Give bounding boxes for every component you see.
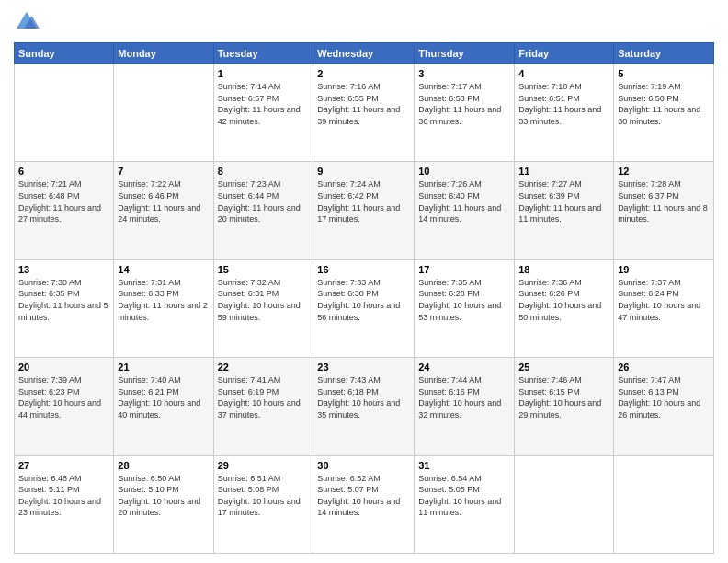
- header: [14, 9, 714, 35]
- day-number: 31: [418, 460, 510, 471]
- day-number: 7: [118, 166, 209, 177]
- day-number: 28: [118, 460, 209, 471]
- calendar-cell: 11Sunrise: 7:27 AMSunset: 6:39 PMDayligh…: [515, 162, 614, 259]
- calendar-cell: 22Sunrise: 7:41 AMSunset: 6:19 PMDayligh…: [213, 358, 313, 455]
- calendar-cell: [614, 455, 714, 553]
- day-number: 29: [218, 460, 310, 471]
- day-number: 11: [518, 166, 609, 177]
- logo: [14, 9, 43, 35]
- day-number: 14: [118, 264, 209, 275]
- day-info: Sunrise: 7:24 AMSunset: 6:42 PMDaylight:…: [317, 178, 410, 224]
- day-number: 4: [518, 68, 609, 79]
- day-number: 23: [317, 362, 410, 373]
- day-info: Sunrise: 7:26 AMSunset: 6:40 PMDaylight:…: [418, 178, 510, 224]
- week-row-4: 27Sunrise: 6:48 AMSunset: 5:11 PMDayligh…: [15, 455, 714, 553]
- calendar-cell: 28Sunrise: 6:50 AMSunset: 5:10 PMDayligh…: [114, 455, 213, 553]
- calendar-table: SundayMondayTuesdayWednesdayThursdayFrid…: [14, 42, 714, 554]
- calendar-cell: 14Sunrise: 7:31 AMSunset: 6:33 PMDayligh…: [114, 259, 213, 357]
- day-number: 12: [618, 166, 710, 177]
- logo-icon: [14, 9, 40, 35]
- calendar-cell: 4Sunrise: 7:18 AMSunset: 6:51 PMDaylight…: [515, 64, 614, 162]
- day-number: 9: [317, 166, 410, 177]
- calendar-header-row: SundayMondayTuesdayWednesdayThursdayFrid…: [15, 43, 714, 64]
- day-number: 30: [317, 460, 410, 471]
- calendar-cell: 20Sunrise: 7:39 AMSunset: 6:23 PMDayligh…: [15, 358, 114, 455]
- day-number: 18: [518, 264, 609, 275]
- calendar-cell: 18Sunrise: 7:36 AMSunset: 6:26 PMDayligh…: [515, 259, 614, 357]
- calendar-cell: 26Sunrise: 7:47 AMSunset: 6:13 PMDayligh…: [614, 358, 714, 455]
- calendar-cell: 3Sunrise: 7:17 AMSunset: 6:53 PMDaylight…: [415, 64, 515, 162]
- calendar-cell: 2Sunrise: 7:16 AMSunset: 6:55 PMDaylight…: [313, 64, 415, 162]
- day-number: 8: [218, 166, 310, 177]
- day-number: 22: [218, 362, 310, 373]
- header-thursday: Thursday: [415, 43, 515, 64]
- calendar-cell: 27Sunrise: 6:48 AMSunset: 5:11 PMDayligh…: [15, 455, 114, 553]
- day-number: 24: [418, 362, 510, 373]
- calendar-cell: 16Sunrise: 7:33 AMSunset: 6:30 PMDayligh…: [313, 259, 415, 357]
- day-info: Sunrise: 7:36 AMSunset: 6:26 PMDaylight:…: [518, 277, 609, 323]
- week-row-3: 20Sunrise: 7:39 AMSunset: 6:23 PMDayligh…: [15, 358, 714, 455]
- calendar-cell: 23Sunrise: 7:43 AMSunset: 6:18 PMDayligh…: [313, 358, 415, 455]
- day-number: 21: [118, 362, 209, 373]
- header-sunday: Sunday: [15, 43, 114, 64]
- header-wednesday: Wednesday: [313, 43, 415, 64]
- day-number: 2: [317, 68, 410, 79]
- day-number: 25: [518, 362, 609, 373]
- calendar-cell: 10Sunrise: 7:26 AMSunset: 6:40 PMDayligh…: [415, 162, 515, 259]
- day-info: Sunrise: 7:35 AMSunset: 6:28 PMDaylight:…: [418, 277, 510, 323]
- day-info: Sunrise: 7:32 AMSunset: 6:31 PMDaylight:…: [218, 277, 310, 323]
- day-info: Sunrise: 7:44 AMSunset: 6:16 PMDaylight:…: [418, 374, 510, 420]
- calendar-cell: 8Sunrise: 7:23 AMSunset: 6:44 PMDaylight…: [213, 162, 313, 259]
- day-info: Sunrise: 7:22 AMSunset: 6:46 PMDaylight:…: [118, 178, 209, 224]
- day-info: Sunrise: 7:18 AMSunset: 6:51 PMDaylight:…: [518, 81, 609, 127]
- header-friday: Friday: [515, 43, 614, 64]
- day-info: Sunrise: 7:40 AMSunset: 6:21 PMDaylight:…: [118, 374, 209, 420]
- day-info: Sunrise: 7:21 AMSunset: 6:48 PMDaylight:…: [18, 178, 109, 224]
- day-number: 1: [218, 68, 310, 79]
- header-monday: Monday: [114, 43, 213, 64]
- calendar-cell: 25Sunrise: 7:46 AMSunset: 6:15 PMDayligh…: [515, 358, 614, 455]
- calendar-cell: 21Sunrise: 7:40 AMSunset: 6:21 PMDayligh…: [114, 358, 213, 455]
- day-info: Sunrise: 6:50 AMSunset: 5:10 PMDaylight:…: [118, 473, 209, 519]
- calendar-cell: 12Sunrise: 7:28 AMSunset: 6:37 PMDayligh…: [614, 162, 714, 259]
- week-row-0: 1Sunrise: 7:14 AMSunset: 6:57 PMDaylight…: [15, 64, 714, 162]
- day-info: Sunrise: 7:19 AMSunset: 6:50 PMDaylight:…: [618, 81, 710, 127]
- calendar-cell: 24Sunrise: 7:44 AMSunset: 6:16 PMDayligh…: [415, 358, 515, 455]
- day-info: Sunrise: 7:47 AMSunset: 6:13 PMDaylight:…: [618, 374, 710, 420]
- day-number: 3: [418, 68, 510, 79]
- calendar-cell: 9Sunrise: 7:24 AMSunset: 6:42 PMDaylight…: [313, 162, 415, 259]
- day-info: Sunrise: 7:23 AMSunset: 6:44 PMDaylight:…: [218, 178, 310, 224]
- day-info: Sunrise: 7:16 AMSunset: 6:55 PMDaylight:…: [317, 81, 410, 127]
- day-info: Sunrise: 6:48 AMSunset: 5:11 PMDaylight:…: [18, 473, 109, 519]
- day-number: 27: [18, 460, 109, 471]
- header-tuesday: Tuesday: [213, 43, 313, 64]
- day-info: Sunrise: 7:27 AMSunset: 6:39 PMDaylight:…: [518, 178, 609, 224]
- day-number: 26: [618, 362, 710, 373]
- calendar-cell: 19Sunrise: 7:37 AMSunset: 6:24 PMDayligh…: [614, 259, 714, 357]
- day-info: Sunrise: 7:17 AMSunset: 6:53 PMDaylight:…: [418, 81, 510, 127]
- day-number: 17: [418, 264, 510, 275]
- day-number: 16: [317, 264, 410, 275]
- day-info: Sunrise: 7:14 AMSunset: 6:57 PMDaylight:…: [218, 81, 310, 127]
- day-number: 5: [618, 68, 710, 79]
- calendar-cell: 5Sunrise: 7:19 AMSunset: 6:50 PMDaylight…: [614, 64, 714, 162]
- calendar-cell: [114, 64, 213, 162]
- day-info: Sunrise: 7:31 AMSunset: 6:33 PMDaylight:…: [118, 277, 209, 323]
- calendar-cell: 13Sunrise: 7:30 AMSunset: 6:35 PMDayligh…: [15, 259, 114, 357]
- day-info: Sunrise: 7:46 AMSunset: 6:15 PMDaylight:…: [518, 374, 609, 420]
- day-info: Sunrise: 7:37 AMSunset: 6:24 PMDaylight:…: [618, 277, 710, 323]
- day-number: 10: [418, 166, 510, 177]
- day-info: Sunrise: 7:39 AMSunset: 6:23 PMDaylight:…: [18, 374, 109, 420]
- day-number: 15: [218, 264, 310, 275]
- day-info: Sunrise: 6:51 AMSunset: 5:08 PMDaylight:…: [218, 473, 310, 519]
- day-number: 20: [18, 362, 109, 373]
- calendar-cell: 31Sunrise: 6:54 AMSunset: 5:05 PMDayligh…: [415, 455, 515, 553]
- page: SundayMondayTuesdayWednesdayThursdayFrid…: [0, 0, 728, 563]
- day-number: 13: [18, 264, 109, 275]
- calendar-cell: 7Sunrise: 7:22 AMSunset: 6:46 PMDaylight…: [114, 162, 213, 259]
- calendar-cell: 29Sunrise: 6:51 AMSunset: 5:08 PMDayligh…: [213, 455, 313, 553]
- calendar-cell: 15Sunrise: 7:32 AMSunset: 6:31 PMDayligh…: [213, 259, 313, 357]
- day-info: Sunrise: 6:54 AMSunset: 5:05 PMDaylight:…: [418, 473, 510, 519]
- week-row-2: 13Sunrise: 7:30 AMSunset: 6:35 PMDayligh…: [15, 259, 714, 357]
- day-info: Sunrise: 6:52 AMSunset: 5:07 PMDaylight:…: [317, 473, 410, 519]
